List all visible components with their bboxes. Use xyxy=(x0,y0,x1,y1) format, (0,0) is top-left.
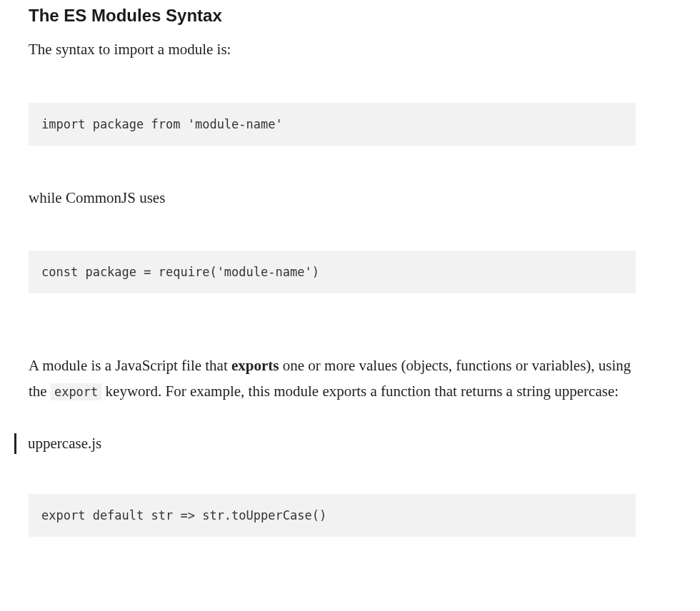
filename-label: uppercase.js xyxy=(14,433,636,454)
code-block-export-default: export default str => str.toUpperCase() xyxy=(29,494,636,537)
exports-bold: exports xyxy=(231,357,279,374)
text-fragment: A module is a JavaScript file that xyxy=(29,357,231,374)
section-heading: The ES Modules Syntax xyxy=(29,6,636,26)
code-block-import: import package from 'module-name' xyxy=(29,103,636,146)
transition-paragraph: while CommonJS uses xyxy=(29,186,636,211)
article-content: The ES Modules Syntax The syntax to impo… xyxy=(29,6,636,537)
inline-code-export: export xyxy=(51,383,101,400)
text-fragment: keyword. For example, this module export… xyxy=(101,383,619,400)
module-description-paragraph: A module is a JavaScript file that expor… xyxy=(29,353,636,404)
intro-paragraph: The syntax to import a module is: xyxy=(29,37,636,63)
code-block-require: const package = require('module-name') xyxy=(29,251,636,293)
spacer xyxy=(29,333,636,353)
